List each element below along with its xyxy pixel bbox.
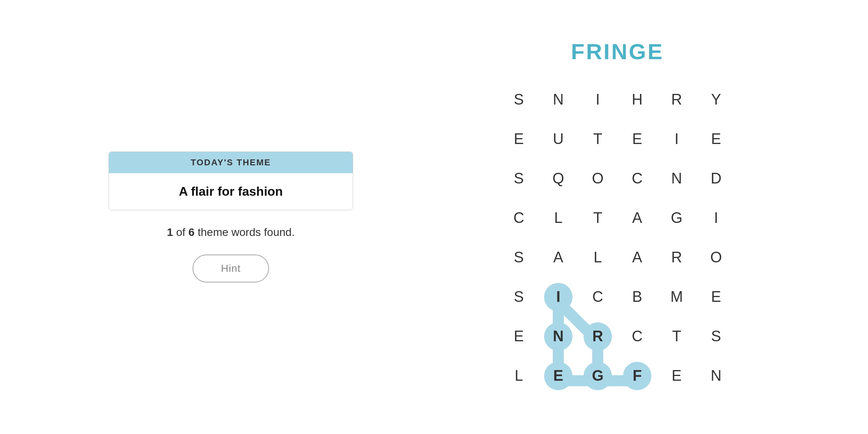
grid-cell: O [578,159,617,198]
highlighted-letter: R [584,322,612,351]
game-title: FRINGE [571,39,664,64]
grid-cell: L [499,356,539,396]
theme-description: A flair for fashion [179,184,283,198]
grid-cell[interactable]: N [539,317,578,356]
grid-cell: L [578,238,617,277]
grid-cell: O [696,238,736,277]
left-panel: TODAY'S THEME A flair for fashion 1 of 6… [73,152,389,282]
grid-cell: D [696,159,736,198]
grid-cell: N [696,356,736,396]
grid-cell: B [617,277,657,317]
theme-label: TODAY'S THEME [191,157,271,167]
grid-cell[interactable]: E [539,356,578,396]
grid-cell[interactable]: G [578,356,617,396]
grid-cell: C [617,159,657,198]
grid-cell: N [539,80,578,120]
theme-card-header: TODAY'S THEME [109,152,353,173]
grid-cell: Q [539,159,578,198]
grid-cell: A [617,198,657,238]
grid-cell: N [657,159,696,198]
grid-cell[interactable]: I [539,277,578,317]
grid-cell: I [578,80,617,120]
grid-cell[interactable]: R [578,317,617,356]
progress-suffix: theme words found. [195,226,295,238]
grid-cell: T [578,120,617,159]
total-count: 6 [189,226,195,238]
grid-cell: S [499,159,539,198]
grid-cell: E [657,356,696,396]
progress-text: 1 of 6 theme words found. [167,226,295,239]
grid-cell: T [657,317,696,356]
grid-cell: A [617,238,657,277]
grid-cell: T [578,198,617,238]
grid-cell: S [499,80,539,120]
hint-button[interactable]: Hint [193,254,269,282]
grid-cell: Y [696,80,736,120]
grid-cell: S [696,317,736,356]
right-panel: FRINGE SNIHRYEUTEIESQOCNDCLTAGISALAROSIC… [440,39,795,396]
theme-card: TODAY'S THEME A flair for fashion [108,152,353,210]
grid-cell: R [657,238,696,277]
grid-cell: I [657,120,696,159]
grid-cell: H [617,80,657,120]
highlighted-letter: F [623,362,651,390]
grid-cell: E [499,317,539,356]
grid-cell: M [657,277,696,317]
grid-cell: C [499,198,539,238]
progress-of: of [173,226,189,238]
grid-wrapper: SNIHRYEUTEIESQOCNDCLTAGISALAROSICBMEENRC… [499,80,736,396]
grid-cell: S [499,238,539,277]
grid-cell: I [696,198,736,238]
grid-cell: E [499,120,539,159]
theme-card-body: A flair for fashion [109,173,353,210]
grid-cell: S [499,277,539,317]
main-container: TODAY'S THEME A flair for fashion 1 of 6… [0,0,868,434]
found-count: 1 [167,226,173,238]
grid-cell: L [539,198,578,238]
grid-cell: C [617,317,657,356]
highlighted-letter: N [544,322,572,351]
highlighted-letter: E [544,362,572,390]
grid-cell: U [539,120,578,159]
grid-cell: E [696,120,736,159]
grid-cell: G [657,198,696,238]
grid-cell: A [539,238,578,277]
grid-cell: E [617,120,657,159]
grid-cell[interactable]: F [617,356,657,396]
grid-cell: C [578,277,617,317]
grid-cell: R [657,80,696,120]
letter-grid: SNIHRYEUTEIESQOCNDCLTAGISALAROSICBMEENRC… [499,80,736,396]
highlighted-letter: I [544,283,572,311]
grid-cell: E [696,277,736,317]
highlighted-letter: G [584,362,612,390]
